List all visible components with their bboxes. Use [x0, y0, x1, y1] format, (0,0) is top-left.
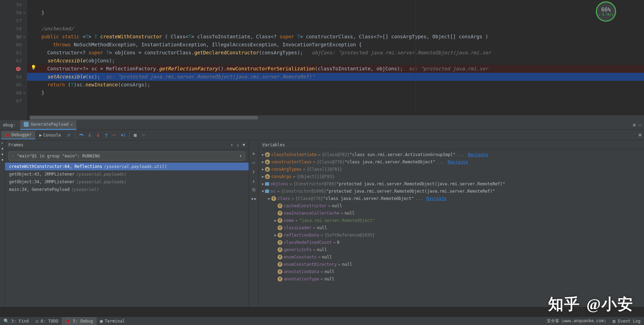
variable-row[interactable]: fenumConstants=null — [259, 253, 644, 261]
tab-console[interactable]: ▶ Console — [36, 131, 65, 139]
variable-row[interactable]: ▶pconsArgTypes={Class[1]@781} — [259, 165, 644, 173]
variable-row[interactable]: ▶pconsArgs={Object[1]@783} — [259, 173, 644, 180]
status-terminal[interactable]: ▣ Terminal — [97, 317, 129, 325]
gutter-line[interactable]: 57 — [0, 17, 26, 25]
variable-row[interactable]: ▼sc={Constructor@1006} "protected java.r… — [259, 187, 644, 195]
variable-row[interactable]: fenumConstantDirectory=null — [259, 261, 644, 268]
variable-row[interactable]: fannotationData=null — [259, 268, 644, 275]
next-frame-icon[interactable]: ↓ — [237, 142, 239, 147]
tab-debugger[interactable]: 🐞 Debugger — [1, 131, 35, 139]
frame-list[interactable]: createWithConstructor:64, Reflections(ys… — [5, 163, 249, 307]
fold-icon[interactable]: ⊟ — [23, 91, 25, 95]
gutter-line[interactable]: 59@⊟ — [0, 33, 26, 41]
status-event-log[interactable]: ▤ Event Log — [613, 319, 641, 324]
gutter-line[interactable]: 62 — [0, 57, 26, 65]
layout-icon[interactable]: ⊞ — [636, 131, 644, 139]
expand-icon[interactable]: ▶ — [261, 175, 265, 178]
code-line[interactable]: throws NoSuchMethodException, Instantiat… — [27, 41, 644, 49]
down-icon[interactable]: ↓ — [252, 178, 255, 184]
status-debug[interactable]: 🐞 5: Debug — [62, 317, 97, 325]
drop-frame-icon[interactable]: ⤺ — [111, 131, 119, 139]
expand-icon[interactable]: ▶ — [273, 219, 278, 222]
pause-icon[interactable] — [2, 148, 3, 149]
gutter-line[interactable]: 66⊟ — [0, 89, 26, 97]
override-icon[interactable]: @ — [17, 34, 20, 39]
step-out-icon[interactable] — [103, 131, 110, 139]
step-over-icon[interactable] — [77, 131, 85, 139]
run-to-cursor-icon[interactable] — [119, 131, 127, 139]
code-line[interactable] — [27, 17, 644, 25]
variable-row[interactable]: ▶pclassToInstantiate={Class@782} "class … — [259, 151, 644, 158]
gutter-line[interactable]: 58 — [0, 25, 26, 33]
frame-item[interactable]: getObject:34, JRMPListener(ysoserial.pay… — [5, 178, 249, 186]
remove-watch-icon[interactable]: − — [252, 160, 255, 165]
frame-item[interactable]: getObject:43, JRMPListener(ysoserial.pay… — [5, 170, 249, 178]
navigate-link[interactable]: Navigate — [448, 160, 468, 164]
variable-row[interactable]: ▶fname="java.rmi.server.RemoteObject" — [259, 217, 644, 224]
resume-icon[interactable] — [2, 142, 3, 144]
trace-icon[interactable]: ≋ — [140, 131, 147, 139]
thread-dump-icon[interactable]: ≡ — [65, 131, 73, 139]
code-line[interactable]: } — [27, 9, 644, 17]
breakpoint-icon[interactable] — [16, 67, 20, 71]
close-icon[interactable]: ✕ — [71, 122, 73, 127]
editor-hscrollbar[interactable] — [30, 115, 644, 120]
frame-item[interactable]: createWithConstructor:64, Reflections(ys… — [5, 163, 249, 170]
gutter-line[interactable]: 60 — [0, 41, 26, 49]
variable-row[interactable]: fclassLoader=null — [259, 224, 644, 231]
gutter-line[interactable]: 65 — [0, 81, 26, 89]
code-line[interactable]: setAccessible(objCons); — [27, 57, 644, 65]
editor-hscrollbar-thumb[interactable] — [30, 116, 258, 119]
up-icon[interactable]: ↑ — [252, 169, 255, 175]
evaluate-icon[interactable]: ▦ — [131, 131, 139, 139]
expand-icon[interactable]: ▶ — [261, 168, 265, 171]
gutter-line[interactable]: 56⊟ — [0, 9, 26, 17]
code-line[interactable]: /unchecked/ — [27, 25, 644, 33]
variable-row[interactable]: fannotationType=null — [259, 275, 644, 283]
variable-row[interactable]: fcachedConstructor=null — [259, 202, 644, 209]
glasses-icon[interactable]: 👓 — [251, 196, 257, 202]
expand-icon[interactable]: ▶ — [261, 182, 265, 186]
variable-row[interactable]: ▶pconstructorClass={Class@776} "class ja… — [259, 158, 644, 165]
variable-row[interactable]: ▶freflectionData={SoftReference@1035} — [259, 231, 644, 239]
code-line[interactable]: return (T)sc.newInstance(consArgs); — [27, 81, 644, 89]
variable-row[interactable]: ▶objCons={Constructor@780} "protected ja… — [259, 180, 644, 187]
vars-tree[interactable]: ▶pclassToInstantiate={Class@782} "class … — [259, 149, 644, 307]
debug-config-tab[interactable]: GeneratePayload ✕ — [20, 120, 76, 130]
navigate-link[interactable]: Navigate — [468, 152, 488, 157]
variable-row[interactable]: fnewInstanceCallerCache=null — [259, 209, 644, 217]
variable-row[interactable]: fgenericInfo=null — [259, 246, 644, 253]
add-watch-icon[interactable]: + — [252, 151, 255, 156]
copy-icon[interactable]: ⎘ — [252, 187, 255, 193]
gutter-line[interactable]: 64 — [0, 73, 26, 81]
coverage-widget[interactable]: 66% ↓ 4.7K/s — [596, 1, 616, 22]
intention-bulb-icon[interactable]: 💡 — [31, 65, 36, 70]
expand-icon[interactable]: ▶ — [273, 233, 278, 237]
code-line[interactable]: public static <T> T createWithConstructo… — [27, 33, 644, 41]
stop-icon[interactable] — [2, 154, 3, 155]
step-into-icon[interactable] — [86, 131, 93, 139]
expand-icon[interactable]: ▶ — [267, 197, 271, 200]
fold-icon[interactable]: ⊟ — [23, 11, 25, 15]
dropdown-icon[interactable]: ▾ — [240, 154, 242, 158]
more-icon[interactable] — [2, 159, 3, 161]
editor-code[interactable]: } /unchecked/ public static <T> T create… — [27, 0, 644, 120]
settings-icon[interactable]: ⚙ — [633, 122, 636, 127]
minimize-icon[interactable]: — — [638, 122, 641, 127]
expand-icon[interactable]: ▶ — [261, 160, 265, 164]
filter-icon[interactable]: ▼ — [243, 142, 245, 147]
code-line[interactable]: setAccessible(sc); sc: "protected java.r… — [27, 73, 644, 81]
gutter-line[interactable]: 63 — [0, 65, 26, 73]
thread-selector[interactable]: ✓ "main"@1 in group "main": RUNNING ▾ — [8, 152, 245, 161]
code-line[interactable]: Constructor<? super T> objCons = constru… — [27, 49, 644, 57]
gutter-line[interactable]: 61 — [0, 49, 26, 57]
status-find[interactable]: 🔍 3: Find — [0, 317, 32, 325]
gutter-line[interactable]: 55 — [0, 1, 26, 9]
code-line[interactable] — [27, 97, 644, 105]
expand-icon[interactable]: ▼ — [261, 189, 265, 193]
navigate-link[interactable]: Navigate — [426, 196, 447, 201]
force-step-into-icon[interactable] — [94, 131, 102, 139]
frame-item[interactable]: main:34, GeneratePayload(ysoserial) — [5, 186, 249, 193]
variable-row[interactable]: ▶fclazz={Class@776} "class java.rmi.serv… — [259, 195, 644, 202]
variable-row[interactable]: fclassRedefinedCount=0 — [259, 239, 644, 246]
